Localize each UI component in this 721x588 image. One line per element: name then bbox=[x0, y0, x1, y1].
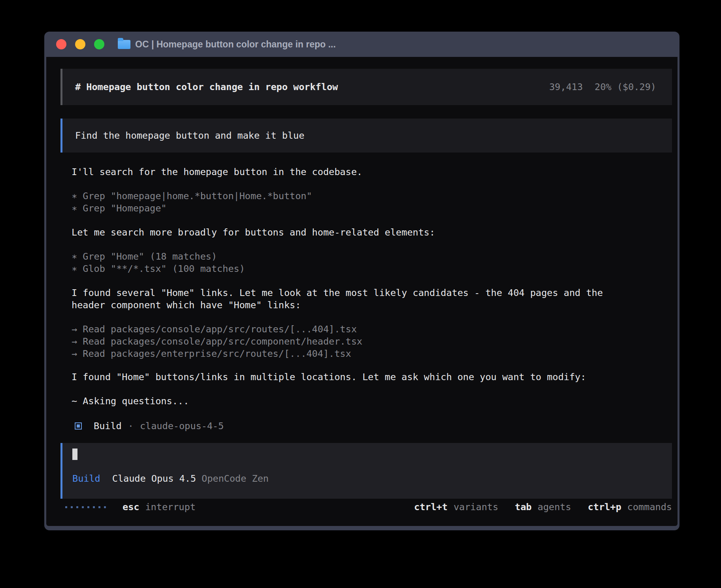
assistant-text: I found "Home" buttons/links in multiple… bbox=[72, 371, 672, 383]
separator-dot: · bbox=[128, 420, 134, 432]
tool-call-read: → Read packages/console/app/src/componen… bbox=[72, 335, 672, 348]
keyboard-hints: ctrl+t variants tab agents ctrl+p comman… bbox=[414, 501, 672, 513]
terminal-body: # Homepage button color change in repo w… bbox=[46, 57, 678, 526]
activity-dots bbox=[65, 506, 106, 508]
tool-call-grep: ∗ Grep "Homepage" bbox=[72, 202, 672, 215]
asking-questions-status: ~ Asking questions... bbox=[72, 395, 672, 407]
assistant-text: I'll search for the homepage button in t… bbox=[72, 166, 672, 178]
tool-call-group: ∗ Grep "Home" (18 matches) ∗ Glob "**/*.… bbox=[72, 251, 672, 275]
hint-agents: tab agents bbox=[515, 501, 571, 513]
tool-call-grep: ∗ Grep "Home" (18 matches) bbox=[72, 251, 672, 263]
model-id: claude-opus-4-5 bbox=[140, 420, 224, 432]
token-count: 39,413 bbox=[549, 81, 583, 92]
tool-call-read: → Read packages/console/app/src/routes/[… bbox=[72, 323, 672, 335]
assistant-paragraph: I'll search for the homepage button in t… bbox=[72, 166, 672, 178]
user-message-text: Find the homepage button and make it blu… bbox=[75, 130, 304, 141]
model-label[interactable]: Claude Opus 4.5 bbox=[112, 473, 196, 484]
input-footer: Build Claude Opus 4.5 OpenCode Zen bbox=[72, 473, 672, 484]
esc-key-label: esc bbox=[123, 501, 139, 513]
tool-call-glob: ∗ Glob "**/*.tsx" (100 matches) bbox=[72, 263, 672, 275]
agent-mode-label[interactable]: Build bbox=[72, 473, 100, 484]
terminal-window: OC | Homepage button color change in rep… bbox=[44, 32, 679, 530]
hint-variants: ctrl+t variants bbox=[414, 501, 498, 513]
tool-call-grep: ∗ Grep "homepage|home.*button|Home.*butt… bbox=[72, 190, 672, 202]
session-title: # Homepage button color change in repo w… bbox=[75, 81, 338, 92]
tool-call-group: → Read packages/console/app/src/routes/[… bbox=[72, 323, 672, 360]
assistant-paragraph: I found "Home" buttons/links in multiple… bbox=[72, 371, 672, 383]
context-cost: 20% ($0.29) bbox=[595, 81, 656, 92]
window-title: OC | Homepage button color change in rep… bbox=[135, 39, 336, 50]
agent-name: Build bbox=[94, 420, 122, 432]
tool-call-group: ∗ Grep "homepage|home.*button|Home.*butt… bbox=[72, 190, 672, 215]
maximize-button[interactable] bbox=[94, 39, 104, 49]
user-message: Find the homepage button and make it blu… bbox=[60, 119, 672, 153]
minimize-button[interactable] bbox=[75, 39, 85, 49]
close-button[interactable] bbox=[56, 39, 66, 49]
session-header: # Homepage button color change in repo w… bbox=[60, 69, 672, 105]
assistant-text: Let me search more broadly for buttons a… bbox=[72, 226, 672, 239]
session-stats: 39,413 20% ($0.29) bbox=[549, 81, 656, 92]
status-bar: esc interrupt ctrl+t variants tab agents… bbox=[46, 501, 678, 526]
window-titlebar[interactable]: OC | Homepage button color change in rep… bbox=[44, 32, 679, 57]
traffic-lights bbox=[56, 39, 104, 49]
provider-label: OpenCode Zen bbox=[202, 473, 269, 484]
assistant-activity: ~ Asking questions... bbox=[72, 395, 672, 407]
assistant-text: I found several "Home" links. Let me loo… bbox=[72, 287, 672, 299]
hint-interrupt: esc interrupt bbox=[123, 501, 196, 513]
assistant-paragraph: I found several "Home" links. Let me loo… bbox=[72, 287, 672, 311]
agent-status-row: Build · claude-opus-4-5 bbox=[75, 420, 672, 432]
hint-commands: ctrl+p commands bbox=[588, 501, 672, 513]
assistant-paragraph: Let me search more broadly for buttons a… bbox=[72, 226, 672, 239]
build-agent-icon bbox=[75, 422, 82, 430]
tool-call-read: → Read packages/enterprise/src/routes/[.… bbox=[72, 348, 672, 360]
text-cursor bbox=[72, 449, 77, 460]
prompt-input[interactable]: Build Claude Opus 4.5 OpenCode Zen bbox=[60, 443, 672, 499]
folder-icon bbox=[118, 40, 130, 49]
assistant-text: header component which have "Home" links… bbox=[72, 299, 672, 311]
session-content: # Homepage button color change in repo w… bbox=[46, 57, 678, 499]
